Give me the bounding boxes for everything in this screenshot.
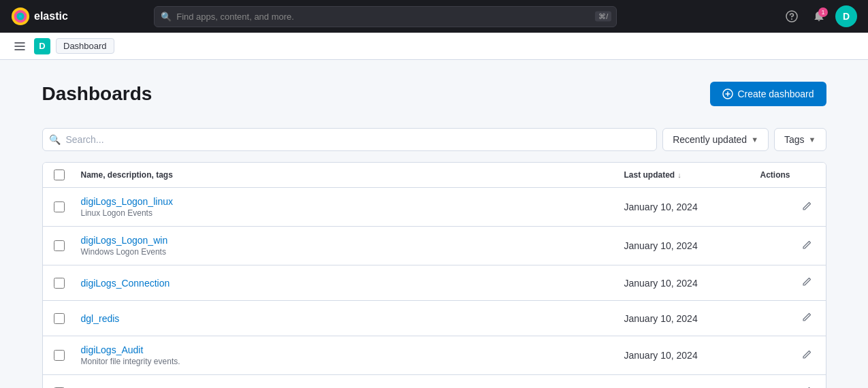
row-select-checkbox[interactable] — [54, 201, 65, 212]
table-row: dgl_redis January 10, 2024 — [43, 301, 826, 336]
dashboard-name-link[interactable]: digiLogs_Audit — [81, 344, 144, 355]
elastic-logo[interactable]: elastic — [11, 7, 68, 26]
main-content: Dashboards Create dashboard 🔍 Recently u… — [26, 60, 843, 388]
page-header: Dashboards Create dashboard — [42, 82, 826, 106]
table-row: digiLogs_Connection January 10, 2024 — [43, 265, 826, 301]
notifications-button[interactable]: 1 — [808, 5, 830, 27]
row-actions-cell — [760, 346, 815, 365]
hamburger-menu-button[interactable] — [11, 37, 29, 55]
dashboard-name-link[interactable]: digiLogs_Connection — [81, 278, 170, 289]
edit-icon-button[interactable] — [799, 198, 815, 216]
edit-icon-button[interactable] — [799, 237, 815, 255]
search-input[interactable] — [42, 128, 658, 151]
breadcrumb-bar: D Dashboard — [0, 33, 868, 60]
pencil-icon — [801, 312, 812, 323]
page-title: Dashboards — [42, 83, 152, 105]
edit-icon-button[interactable] — [799, 274, 815, 292]
table-row: digiLogs_Logon_linux Linux Logon Events … — [43, 188, 826, 227]
row-name-cell: digiLogs_Connection — [81, 278, 624, 289]
search-icon: 🔍 — [161, 12, 172, 22]
global-search-bar: 🔍 ⌘/ — [154, 6, 617, 27]
tags-chevron-icon: ▼ — [809, 135, 816, 144]
search-input-wrapper: 🔍 — [42, 128, 658, 151]
row-last-updated: January 10, 2024 — [624, 278, 760, 289]
filter-row: 🔍 Recently updated ▼ Tags ▼ — [42, 128, 826, 151]
tags-filter-label: Tags — [784, 134, 805, 145]
row-checkbox-cell — [54, 201, 81, 212]
sort-filter-button[interactable]: Recently updated ▼ — [662, 128, 769, 151]
table-body: digiLogs_Logon_linux Linux Logon Events … — [43, 188, 826, 388]
row-actions-cell — [760, 274, 815, 292]
row-select-checkbox[interactable] — [54, 278, 65, 289]
sort-chevron-icon: ▼ — [751, 135, 758, 144]
row-actions-cell — [760, 309, 815, 327]
row-name-cell: dgl_redis — [81, 313, 624, 324]
table-row: digiLogs_Audit Monitor file integrity ev… — [43, 336, 826, 375]
pencil-icon — [801, 201, 812, 212]
header-last-updated-label: Last updated — [624, 170, 675, 180]
row-last-updated: January 10, 2024 — [624, 313, 760, 324]
svg-point-5 — [791, 18, 792, 20]
help-button[interactable] — [781, 5, 803, 27]
row-checkbox-cell — [54, 278, 81, 289]
pencil-icon — [801, 276, 812, 287]
dashboard-description: Monitor file integrity events. — [81, 357, 624, 366]
edit-icon-button[interactable] — [799, 309, 815, 327]
elastic-logo-icon — [11, 7, 30, 26]
row-checkbox-cell — [54, 350, 81, 361]
nav-right-actions: 1 D — [781, 5, 857, 27]
row-checkbox-cell — [54, 240, 81, 251]
dashboard-description: Linux Logon Events — [81, 208, 624, 218]
pencil-icon — [801, 349, 812, 360]
search-shortcut-badge: ⌘/ — [595, 12, 611, 22]
row-last-updated: January 10, 2024 — [624, 240, 760, 251]
row-name-cell: digiLogs_Logon_linux Linux Logon Events — [81, 196, 624, 218]
plus-icon — [722, 88, 733, 99]
row-last-updated: January 10, 2024 — [624, 350, 760, 361]
breadcrumb-d-icon: D — [34, 38, 50, 54]
row-last-updated: January 10, 2024 — [624, 201, 760, 212]
table-header: Name, description, tags Last updated ↓ A… — [43, 163, 826, 188]
row-actions-cell — [760, 383, 815, 388]
row-checkbox-cell — [54, 313, 81, 324]
dashboard-name-link[interactable]: digiLogs_Logon_win — [81, 235, 168, 246]
sort-down-icon: ↓ — [677, 171, 681, 179]
user-avatar-button[interactable]: D — [835, 5, 857, 27]
header-actions-label: Actions — [760, 170, 790, 180]
row-actions-cell — [760, 237, 815, 255]
hamburger-icon — [14, 40, 26, 52]
elastic-logo-text: elastic — [34, 10, 68, 22]
table-header-name: Name, description, tags — [81, 169, 624, 180]
edit-icon-button[interactable] — [799, 346, 815, 365]
row-name-cell: digiLogs_Logon_win Windows Logon Events — [81, 235, 624, 257]
dashboard-name-link[interactable]: dgl_redis — [81, 313, 120, 324]
table-row: digiLogs_Logon_win Windows Logon Events … — [43, 227, 826, 265]
tags-filter-button[interactable]: Tags ▼ — [774, 128, 826, 151]
header-name-label: Name, description, tags — [81, 170, 173, 180]
svg-point-3 — [19, 15, 22, 18]
table-header-last-updated[interactable]: Last updated ↓ — [624, 169, 760, 180]
row-select-checkbox[interactable] — [54, 350, 65, 361]
table-row: digiLogs Monitor January 10, 2024 — [43, 375, 826, 388]
select-all-checkbox[interactable] — [54, 169, 65, 180]
create-dashboard-button[interactable]: Create dashboard — [710, 82, 826, 106]
row-select-checkbox[interactable] — [54, 240, 65, 251]
row-select-checkbox[interactable] — [54, 313, 65, 324]
table-header-actions: Actions — [760, 169, 815, 180]
edit-icon-button[interactable] — [799, 383, 815, 388]
sort-filter-label: Recently updated — [673, 134, 747, 145]
header-checkbox-cell — [54, 169, 81, 180]
global-search-input[interactable] — [154, 6, 617, 27]
row-actions-cell — [760, 198, 815, 216]
dashboard-description: Windows Logon Events — [81, 247, 624, 257]
top-navigation: elastic 🔍 ⌘/ 1 D — [0, 0, 868, 33]
row-name-cell: digiLogs_Audit Monitor file integrity ev… — [81, 344, 624, 366]
breadcrumb-page-label: Dashboard — [56, 38, 114, 54]
dashboards-table: Name, description, tags Last updated ↓ A… — [42, 162, 826, 388]
create-button-label: Create dashboard — [737, 88, 814, 99]
pencil-icon — [801, 240, 812, 250]
help-icon — [786, 10, 798, 22]
breadcrumb-d-letter: D — [39, 41, 45, 51]
dashboard-name-link[interactable]: digiLogs_Logon_linux — [81, 196, 173, 207]
notification-badge: 1 — [818, 7, 828, 17]
